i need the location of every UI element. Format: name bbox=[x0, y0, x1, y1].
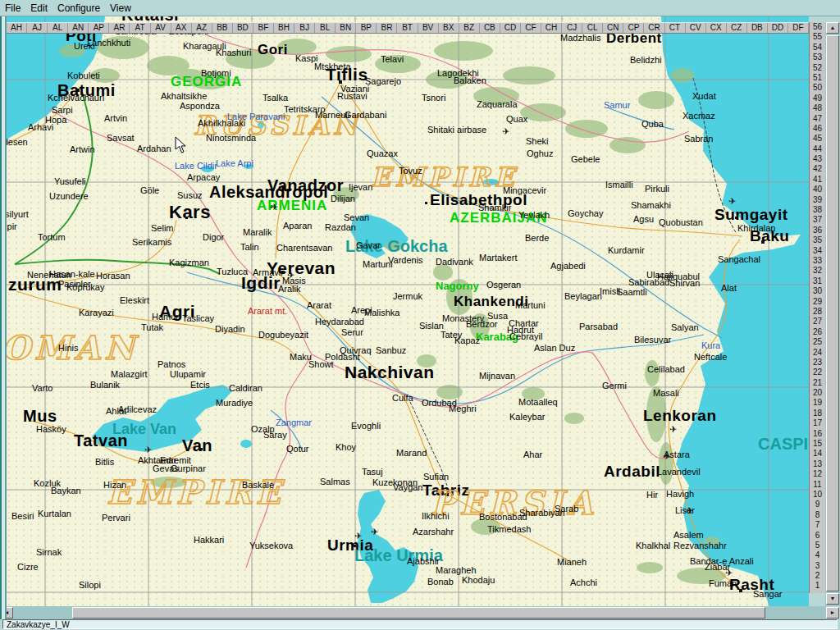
caspian-sea bbox=[661, 16, 809, 606]
row-header-33: 33 bbox=[810, 256, 825, 266]
col-header-CT: CT bbox=[665, 23, 686, 33]
row-header-42: 42 bbox=[810, 164, 825, 174]
lake-sevan bbox=[350, 214, 409, 258]
status-field: Zakavkazye_I_W bbox=[2, 619, 838, 629]
scroll-right-button[interactable]: ► bbox=[826, 607, 839, 619]
scroll-up-button[interactable]: ▲ bbox=[826, 22, 839, 34]
col-header-CX: CX bbox=[706, 23, 727, 33]
col-header-AJ: AJ bbox=[27, 23, 48, 33]
col-header-CR: CR bbox=[644, 23, 664, 33]
col-header-AL: AL bbox=[48, 23, 68, 33]
window-left-border bbox=[0, 16, 7, 630]
row-header-53: 53 bbox=[810, 52, 825, 62]
col-header-CZ: CZ bbox=[727, 23, 747, 33]
row-header-21: 21 bbox=[810, 378, 825, 388]
row-header-12: 12 bbox=[810, 469, 825, 479]
row-header-36: 36 bbox=[810, 226, 825, 235]
menu-edit[interactable]: Edit bbox=[30, 2, 48, 14]
row-header-34: 34 bbox=[810, 246, 825, 256]
row-header-18: 18 bbox=[810, 409, 825, 418]
row-header-41: 41 bbox=[810, 175, 825, 185]
col-header-BH: BH bbox=[274, 23, 294, 33]
row-header-54: 54 bbox=[810, 43, 825, 52]
horizontal-scroll-thumb[interactable] bbox=[72, 607, 765, 619]
row-header-15: 15 bbox=[810, 439, 825, 449]
horizontal-scrollbar[interactable]: ◄ bbox=[0, 606, 826, 619]
row-header-35: 35 bbox=[810, 235, 825, 245]
row-header-22: 22 bbox=[810, 368, 825, 377]
col-header-CH: CH bbox=[541, 23, 562, 33]
col-header-BF: BF bbox=[253, 23, 274, 33]
scroll-up-icon: ▲ bbox=[830, 25, 836, 30]
col-header-CB: CB bbox=[480, 23, 500, 33]
col-header-BD: BD bbox=[233, 23, 253, 33]
row-header-10: 10 bbox=[810, 490, 825, 500]
col-header-AZ: AZ bbox=[192, 23, 212, 33]
row-header-1: 1 bbox=[810, 581, 825, 591]
col-header-DB: DB bbox=[747, 23, 768, 33]
row-header-50: 50 bbox=[810, 83, 825, 93]
row-header-38: 38 bbox=[810, 205, 825, 215]
row-header-56: 56 bbox=[810, 22, 825, 32]
row-header-6: 6 bbox=[810, 531, 825, 541]
row-header-40: 40 bbox=[810, 185, 825, 194]
col-header-CP: CP bbox=[623, 23, 644, 33]
col-header-AV: AV bbox=[151, 23, 171, 33]
lake-urmia bbox=[358, 490, 418, 603]
menu-file[interactable]: File bbox=[5, 2, 21, 14]
col-header-BZ: BZ bbox=[459, 23, 480, 33]
scroll-down-button[interactable]: ▼ bbox=[826, 593, 839, 605]
row-header-7: 7 bbox=[810, 520, 825, 530]
row-header-3: 3 bbox=[810, 561, 825, 571]
col-header-BP: BP bbox=[356, 23, 377, 33]
col-header-BR: BR bbox=[377, 23, 397, 33]
menu-configure[interactable]: Configure bbox=[57, 2, 100, 14]
row-header-column: 5655545352515049484746454443424140393837… bbox=[809, 22, 825, 593]
row-header-24: 24 bbox=[810, 348, 825, 358]
row-header-9: 9 bbox=[810, 500, 825, 509]
col-header-BB: BB bbox=[212, 23, 233, 33]
row-header-13: 13 bbox=[810, 459, 825, 469]
row-header-31: 31 bbox=[810, 276, 825, 286]
row-header-43: 43 bbox=[810, 154, 825, 164]
col-header-AN: AN bbox=[68, 23, 89, 33]
row-header-11: 11 bbox=[810, 480, 825, 490]
col-header-CV: CV bbox=[686, 23, 706, 33]
row-header-51: 51 bbox=[810, 73, 825, 83]
row-header-20: 20 bbox=[810, 388, 825, 398]
row-header-5: 5 bbox=[810, 541, 825, 550]
scroll-right-icon: ► bbox=[830, 609, 836, 615]
col-header-AT: AT bbox=[130, 23, 150, 33]
row-header-14: 14 bbox=[810, 449, 825, 459]
row-header-4: 4 bbox=[810, 550, 825, 560]
col-header-AX: AX bbox=[171, 23, 192, 33]
col-header-BT: BT bbox=[397, 23, 418, 33]
city-dots bbox=[30, 80, 765, 592]
row-header-25: 25 bbox=[810, 337, 825, 347]
vertical-scrollbar[interactable]: ▲ ▼ bbox=[825, 22, 840, 606]
vertical-scroll-thumb[interactable] bbox=[826, 35, 839, 591]
row-header-49: 49 bbox=[810, 94, 825, 103]
row-header-17: 17 bbox=[810, 418, 825, 428]
row-header-16: 16 bbox=[810, 429, 825, 439]
row-header-23: 23 bbox=[810, 358, 825, 368]
row-header-44: 44 bbox=[810, 144, 825, 154]
column-header-row: AHAJALANAPARATAVAXAZBBBDBFBHBJBLBNBPBRBT… bbox=[7, 22, 809, 34]
row-header-55: 55 bbox=[810, 32, 825, 42]
col-header-BV: BV bbox=[418, 23, 439, 33]
col-header-BN: BN bbox=[336, 23, 356, 33]
col-header-BL: BL bbox=[315, 23, 336, 33]
row-header-32: 32 bbox=[810, 266, 825, 276]
menu-view[interactable]: View bbox=[110, 2, 131, 14]
col-header-DF: DF bbox=[788, 23, 809, 33]
col-header-CD: CD bbox=[500, 23, 521, 33]
row-header-45: 45 bbox=[810, 134, 825, 144]
col-header-CN: CN bbox=[603, 23, 623, 33]
row-header-30: 30 bbox=[810, 286, 825, 296]
col-header-DD: DD bbox=[768, 23, 788, 33]
row-header-27: 27 bbox=[810, 317, 825, 326]
row-header-48: 48 bbox=[810, 103, 825, 113]
col-header-CL: CL bbox=[582, 23, 603, 33]
row-header-46: 46 bbox=[810, 124, 825, 134]
row-header-19: 19 bbox=[810, 398, 825, 408]
